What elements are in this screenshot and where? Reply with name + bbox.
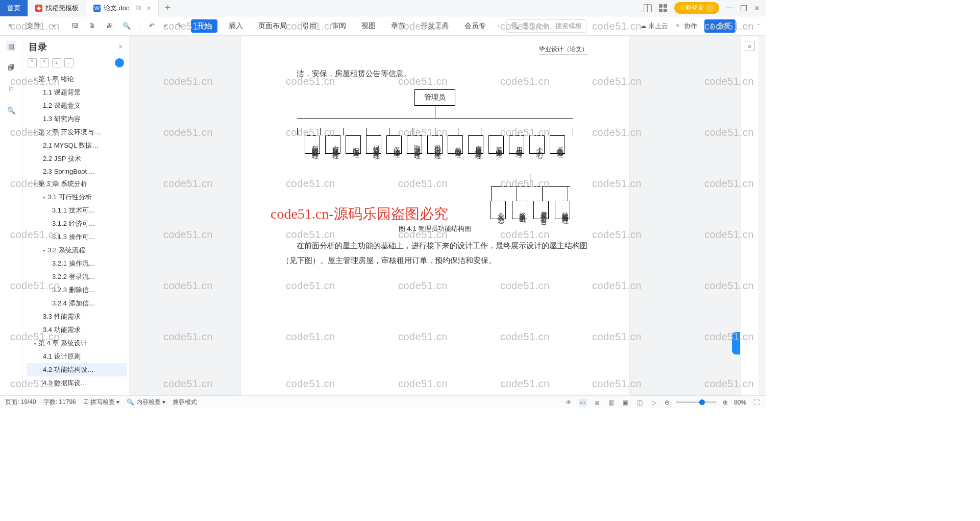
menu-view[interactable]: 视图 [357, 19, 380, 33]
toc-item[interactable]: ▾第 4 章 系统设计 [27, 337, 127, 350]
save-icon[interactable]: 🖫 [69, 21, 80, 31]
tab-document[interactable]: W 论文.doc ⧉ × [86, 0, 159, 16]
panel-toggle-icon[interactable]: ≡ [745, 41, 755, 51]
menu-review[interactable]: 审阅 [328, 19, 350, 33]
status-bar: 页面: 19/40 字数: 11796 ☑ 拼写检查 ▾ 🔍 内容检查 ▾ 兼容… [0, 395, 766, 409]
toc-remove-icon[interactable]: − [64, 58, 74, 67]
toc-item[interactable]: ▾第 2 章 开发环境与… [27, 126, 127, 139]
zoom-in-icon[interactable]: ⊕ [723, 399, 728, 406]
toc-collapse-icon[interactable]: ˅ [28, 58, 37, 67]
toc-item[interactable]: ▾第 1 章 绪论 [27, 73, 127, 86]
toc-item[interactable]: ▾第 3 章 系统分析 [27, 177, 127, 191]
login-button[interactable]: 立即登录 [674, 2, 719, 14]
menu-member[interactable]: 会员专 [460, 19, 490, 33]
save-as-icon[interactable]: 🗎 [87, 21, 97, 31]
menu-icon[interactable]: ≡ [5, 21, 15, 31]
toc-item[interactable]: 3.3 性能需求 [27, 310, 127, 323]
menu-section[interactable]: 章节 [387, 19, 409, 33]
toc-item[interactable]: ▾3.2 系统流程 [27, 244, 127, 257]
document-canvas[interactable]: 毕业设计（论文） 洁，安保，房屋租赁公告等信息。 管理员 我的收藏管理安保取消管… [130, 36, 740, 395]
view-read-icon[interactable]: ▣ [622, 398, 630, 407]
minimize-button[interactable] [726, 8, 733, 9]
bookmark-icon[interactable]: ⚐ [6, 84, 16, 94]
preview-icon[interactable]: 🔍 [121, 21, 132, 31]
toc-ai-icon[interactable] [115, 58, 124, 67]
undo-icon[interactable]: ↶ [146, 21, 157, 31]
toc-item[interactable]: 3.4 功能需求 [27, 323, 127, 337]
zoom-slider[interactable] [676, 401, 717, 403]
close-icon[interactable]: × [147, 4, 151, 12]
toc-add-icon[interactable]: + [52, 58, 61, 67]
org-node: 个人信息 [491, 201, 506, 219]
flame-icon: ◆ [35, 5, 42, 12]
view-outline-icon[interactable]: ≣ [593, 398, 601, 407]
toc-item[interactable]: 2.1 MYSQL 数据… [27, 139, 127, 152]
compat-mode[interactable]: 兼容模式 [173, 398, 197, 407]
apps-icon[interactable] [659, 4, 667, 12]
toc-item[interactable]: 3.1.2 经济可… [27, 217, 127, 230]
zoom-value[interactable]: 80% [734, 399, 746, 406]
toc-item[interactable]: 4.2 功能结构设… [27, 363, 127, 376]
tab-home[interactable]: 首页 [0, 0, 28, 16]
eye-icon[interactable]: 👁 [565, 398, 573, 407]
title-bar: 首页 ◆ 找稻壳模板 W 论文.doc ⧉ × + 立即登录 × [0, 0, 766, 16]
spellcheck-button[interactable]: ☑ 拼写检查 ▾ [83, 398, 120, 407]
settings-icon[interactable]: ▷ [650, 398, 658, 407]
toc-item[interactable]: 2.3 SpringBoot … [27, 165, 127, 177]
menu-reference[interactable]: 引用 [298, 19, 321, 33]
fullscreen-icon[interactable]: ⛶ [752, 398, 761, 407]
toc-item[interactable]: 2.2 JSP 技术 [27, 152, 127, 165]
menu-insert[interactable]: 插入 [225, 19, 247, 33]
side-handle[interactable] [732, 332, 740, 354]
window-close-button[interactable]: × [754, 4, 760, 13]
contentcheck-button[interactable]: 🔍 内容检查 ▾ [127, 398, 165, 407]
toc-item[interactable]: 4.1 设计原则 [27, 350, 127, 363]
copy-icon[interactable]: 🗐 [6, 62, 16, 73]
toc-item[interactable]: 1.1 课题背景 [27, 86, 127, 99]
page-indicator[interactable]: 页面: 19/40 [5, 398, 36, 407]
command-search[interactable]: 🔍 查找命令、搜索模板 [506, 19, 586, 33]
find-icon[interactable]: 🔍 [6, 105, 16, 115]
print-icon[interactable]: 🖶 [104, 21, 114, 31]
toc-item[interactable]: 3.1.1 技术可… [27, 204, 127, 217]
toc-item[interactable]: 1.2 课题意义 [27, 99, 127, 112]
org-root: 管理员 [414, 89, 455, 106]
menu-start[interactable]: 开始 [191, 19, 217, 33]
scrollbar[interactable] [758, 36, 766, 395]
ribbon-bar: ≡ 文件▾ 🖫 🗎 🖶 🔍 ↶▾ ↷ 开始 插入 页面布局 引用 审阅 视图 章… [0, 16, 766, 36]
org-node: 轮播图管理 [555, 201, 570, 219]
toc-item[interactable]: 4.3 数据库设… [27, 376, 127, 390]
toc-close-icon[interactable]: × [118, 42, 123, 52]
toc-item[interactable]: 3.2.1 操作流… [27, 257, 127, 270]
toc-item[interactable]: 1.3 研究内容 [27, 112, 127, 126]
toc-item[interactable]: ▾3.1 可行性分析 [27, 191, 127, 204]
zoom-out-icon[interactable]: ⊖ [665, 399, 670, 406]
more-icon[interactable]: ⋯ [743, 22, 749, 30]
toc-panel: 目录 × ˅ ˄ + − ▾第 1 章 绪论1.1 课题背景1.2 课题意义1.… [22, 36, 130, 395]
collapse-ribbon-icon[interactable]: ⌃ [756, 23, 761, 29]
outline-icon[interactable]: ▤ [6, 41, 16, 51]
view-page-icon[interactable]: ▭ [579, 398, 587, 407]
word-count[interactable]: 字数: 11796 [43, 398, 76, 407]
view-web-icon[interactable]: ▥ [607, 398, 616, 407]
toc-title: 目录 [29, 41, 47, 53]
coop-button[interactable]: ᯤ 协作 [675, 21, 697, 31]
toc-item[interactable]: 3.2.4 添加信… [27, 297, 127, 310]
file-menu[interactable]: 文件 [22, 19, 45, 33]
add-tab-button[interactable]: + [159, 2, 177, 14]
toc-item[interactable]: 3.2.2 登录流… [27, 270, 127, 283]
cloud-status[interactable]: ☁ 未上云 [640, 21, 669, 31]
redo-icon[interactable]: ↷ [174, 21, 184, 31]
toc-item[interactable]: 3.2.3 删除信… [27, 283, 127, 297]
toc-expand-icon[interactable]: ˄ [40, 58, 49, 67]
share-button[interactable]: ⇪ 分享 [704, 19, 736, 33]
toc-item[interactable]: 3.1.3 操作可… [27, 230, 127, 244]
popout-icon[interactable]: ⧉ [136, 4, 141, 12]
layout-icon[interactable] [644, 4, 652, 12]
org-node: 类型管理 [448, 135, 463, 154]
view-focus-icon[interactable]: ◫ [636, 398, 644, 407]
menu-devtools[interactable]: 开发工具 [416, 19, 453, 33]
menu-pagelayout[interactable]: 页面布局 [254, 19, 291, 33]
tab-template[interactable]: ◆ 找稻壳模板 [28, 0, 86, 16]
maximize-button[interactable] [741, 5, 747, 11]
